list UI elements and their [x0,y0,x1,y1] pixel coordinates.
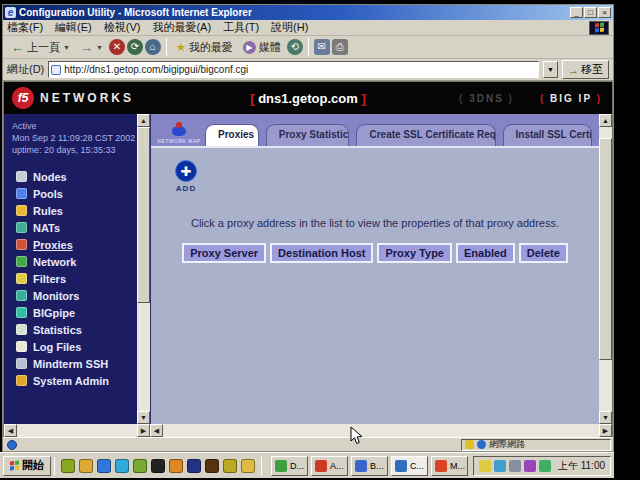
quicklaunch-icon[interactable] [187,459,201,473]
close-button[interactable]: × [598,7,611,18]
nav-item-label: System Admin [33,375,109,387]
menu-item[interactable]: 檢視(V) [104,20,141,35]
back-button[interactable]: ← 上一頁 ▼ [7,39,74,56]
sidebar-nav-item[interactable]: Log Files [16,338,137,355]
print-icon[interactable]: ⎙ [332,39,348,55]
scroll-up-icon[interactable]: ▲ [137,114,150,127]
task-button[interactable]: C... [391,456,428,476]
tab[interactable]: Install SSL Certifi [503,124,593,146]
history-icon[interactable]: ⟲ [287,39,303,55]
nav-item-icon [16,256,27,267]
scroll-up-icon[interactable]: ▲ [599,114,612,127]
tab[interactable]: Proxies [205,124,259,146]
task-button-icon [315,460,327,472]
sidebar-horizontal-scrollbar[interactable]: ◀ ▶ [4,424,150,437]
quicklaunch-icon[interactable] [115,459,129,473]
sidebar-nav: Nodes Pools Rules [4,168,137,389]
go-arrow-icon: → [568,64,579,76]
tray-icon[interactable] [479,460,491,472]
menu-item[interactable]: 工具(T) [223,20,259,35]
quicklaunch-icon[interactable] [151,459,165,473]
sidebar-nav-item[interactable]: Nodes [16,168,137,185]
favorites-button[interactable]: ★ 我的最愛 [172,39,237,56]
quicklaunch-icon[interactable] [205,459,219,473]
link-bigip[interactable]: ( BIG IP ) [540,93,602,104]
quicklaunch-icon[interactable] [79,459,93,473]
scroll-right-icon[interactable]: ▶ [599,424,612,437]
media-button[interactable]: ▶ 媒體 [239,39,285,56]
title-bar[interactable]: e Configuration Utility - Microsoft Inte… [3,5,613,20]
task-button[interactable]: M... [431,456,468,476]
task-button[interactable]: D... [271,456,308,476]
sidebar-nav-item[interactable]: NATs [16,219,137,236]
minimize-button[interactable]: _ [570,7,583,18]
forward-button[interactable]: → ▼ [76,39,107,56]
sidebar-nav-item[interactable]: Statistics [16,321,137,338]
tab[interactable]: Proxy Statistics [266,124,350,146]
sidebar-nav-item[interactable]: Network [16,253,137,270]
maximize-button[interactable]: □ [584,7,597,18]
toolbar: ← 上一頁 ▼ → ▼ ✕ ⟳ ⌂ ★ 我的最愛 ▶ 媒體 ⟲ ✉ ⎙ [3,36,613,59]
task-button-label: M... [450,461,465,471]
add-button[interactable]: ✚ ADD [171,160,201,193]
quicklaunch-icon[interactable] [97,459,111,473]
horizontal-scrollbars: ◀ ▶ ◀ ▶ [4,424,612,437]
link-3dns[interactable]: ( 3DNS ) [459,93,514,104]
stop-icon[interactable]: ✕ [109,39,125,55]
sidebar-nav-item[interactable]: Monitors [16,287,137,304]
mail-icon[interactable]: ✉ [314,39,330,55]
menu-item[interactable]: 說明(H) [271,20,308,35]
task-button[interactable]: B... [351,456,388,476]
main-frame: NETWORK MAP Proxies Proxy Statistics Cre… [150,114,612,424]
quicklaunch-icon[interactable] [61,459,75,473]
go-button[interactable]: → 移至 [562,60,609,79]
table-header-cell[interactable]: Proxy Type [377,243,452,263]
menu-item[interactable]: 我的最愛(A) [152,20,211,35]
scroll-down-icon[interactable]: ▼ [599,411,612,424]
tab-strip: NETWORK MAP Proxies Proxy Statistics Cre… [151,114,599,146]
task-button[interactable]: A... [311,456,348,476]
home-icon[interactable]: ⌂ [145,39,161,55]
table-header-cell[interactable]: Delete [519,243,568,263]
back-dropdown-icon[interactable]: ▼ [63,44,70,51]
main-horizontal-scrollbar[interactable]: ◀ ▶ [150,424,612,437]
sidebar-nav-item[interactable]: Filters [16,270,137,287]
sidebar-vertical-scrollbar[interactable]: ▲ ▼ [137,114,150,424]
task-button-label: C... [410,461,424,471]
sidebar-nav-item[interactable]: Pools [16,185,137,202]
task-button-label: D... [290,461,304,471]
start-button[interactable]: 開始 [3,456,51,476]
menu-item[interactable]: 編輯(E) [55,20,92,35]
tray-icon[interactable] [539,460,551,472]
tray-icon[interactable] [524,460,536,472]
table-header-cell[interactable]: Destination Host [270,243,373,263]
windows-start-icon [10,461,19,471]
table-header-cell[interactable]: Proxy Server [182,243,266,263]
refresh-icon[interactable]: ⟳ [127,39,143,55]
quicklaunch-icon[interactable] [241,459,255,473]
quicklaunch-icon[interactable] [169,459,183,473]
sidebar-nav-item[interactable]: Mindterm SSH [16,355,137,372]
scroll-left-icon[interactable]: ◀ [150,424,163,437]
scroll-down-icon[interactable]: ▼ [137,411,150,424]
scroll-left-icon[interactable]: ◀ [4,424,17,437]
quicklaunch-icon[interactable] [223,459,237,473]
forward-dropdown-icon[interactable]: ▼ [96,44,103,51]
tray-icon[interactable] [494,460,506,472]
menu-item[interactable]: 檔案(F) [7,20,43,35]
table-header-cell[interactable]: Enabled [456,243,515,263]
sidebar-nav-item[interactable]: System Admin [16,372,137,389]
tab[interactable]: Create SSL Certificate Request [356,124,495,146]
tray-icon[interactable] [509,460,521,472]
scroll-right-icon[interactable]: ▶ [137,424,150,437]
sidebar-nav-item[interactable]: BIGpipe [16,304,137,321]
network-map-button[interactable]: NETWORK MAP [153,126,205,144]
sidebar-nav-item[interactable]: Proxies [16,236,137,253]
quicklaunch-icon[interactable] [133,459,147,473]
address-dropdown-icon[interactable]: ▼ [543,61,558,78]
sidebar-nav-item[interactable]: Rules [16,202,137,219]
main-vertical-scrollbar[interactable]: ▲ ▼ [599,114,612,424]
network-map-label: NETWORK MAP [157,138,200,144]
address-input[interactable] [64,64,536,75]
internet-globe-icon [477,440,486,449]
